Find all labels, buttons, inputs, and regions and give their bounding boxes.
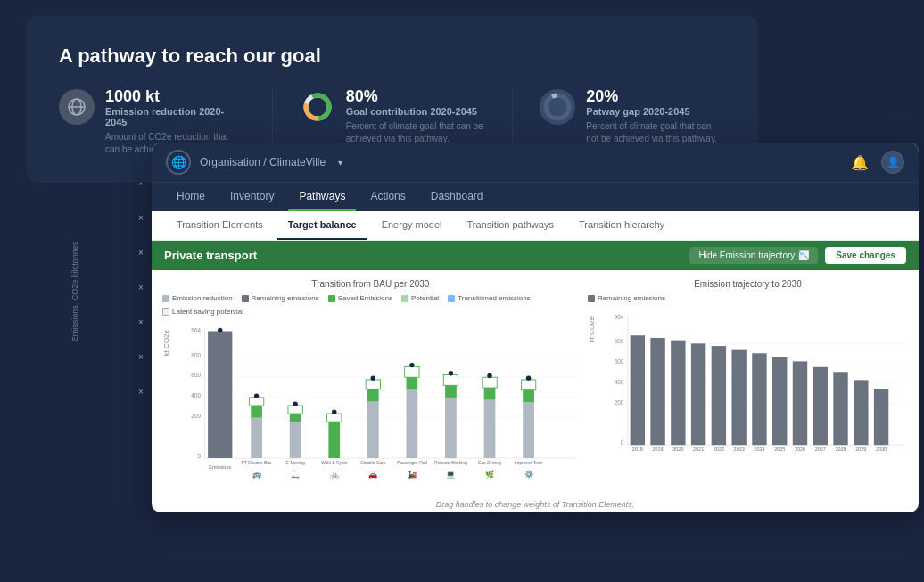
cross-mark-3[interactable]: × — [138, 248, 144, 258]
right-chart-wrapper: kt CO2e 964 800 600 400 200 0 — [588, 307, 908, 477]
user-avatar[interactable]: 👤 — [881, 151, 904, 174]
svg-text:Passenger Rail: Passenger Rail — [397, 460, 427, 465]
left-chart: Transition from BAU per 2030 Emission re… — [162, 279, 579, 490]
cross-marks: × × × × × × × — [138, 178, 144, 397]
notification-icon[interactable]: 🔔 — [847, 150, 872, 175]
svg-text:2023: 2023 — [733, 447, 744, 452]
left-legend: Emission reduction Remaining emissions S… — [162, 294, 579, 316]
section-title: Private transport — [164, 249, 257, 262]
right-legend: Remaining emissions — [588, 294, 908, 302]
bar-remote-outline — [443, 375, 458, 386]
svg-text:🚗: 🚗 — [368, 470, 378, 480]
bg-card-title: A pathway to reach our goal — [59, 45, 726, 68]
org-dropdown-arrow[interactable]: ▾ — [338, 158, 342, 168]
bar-dot-4 — [332, 410, 336, 414]
bar-emoving-green — [290, 414, 301, 422]
svg-text:2019: 2019 — [652, 447, 663, 452]
svg-text:964: 964 — [615, 314, 624, 320]
cross-mark-5[interactable]: × — [138, 317, 144, 327]
svg-text:🚲: 🚲 — [330, 470, 340, 480]
legend-label-se: Saved Emissions — [338, 294, 392, 302]
bar-eco — [484, 400, 496, 458]
hide-emission-btn[interactable]: Hide Emission trajectory 📉 — [689, 247, 818, 264]
legend-dot-pot — [401, 295, 408, 302]
bar-emoving — [290, 422, 301, 458]
legend-label-te: Transitioned emissions — [458, 294, 531, 302]
bar-improver-outline — [521, 380, 535, 390]
bar-2027 — [813, 367, 827, 445]
bar-prail-green — [407, 377, 418, 389]
nav-header: 🌐 Organisation / ClimateVille ▾ 🔔 👤 Home… — [152, 143, 919, 211]
tab-transition-pathways[interactable]: Transition pathways — [457, 211, 565, 240]
svg-text:600: 600 — [615, 358, 624, 365]
nav-link-inventory[interactable]: Inventory — [219, 183, 285, 211]
svg-text:Eco-Driving: Eco-Driving — [478, 460, 501, 465]
left-chart-wrapper: kt CO2e 964 800 600 400 200 0 — [162, 321, 579, 490]
right-chart-title: Emission trajectory to 2030 — [588, 279, 908, 289]
svg-text:🚂: 🚂 — [408, 470, 417, 480]
nav-links: Home Inventory Pathways Actions Dashboar… — [152, 183, 919, 211]
legend-label-er: Emission reduction — [172, 294, 233, 302]
metric-label-1: Emission reduction 2020-2045 — [105, 106, 245, 127]
cross-mark-6[interactable]: × — [138, 352, 144, 362]
svg-text:2018: 2018 — [632, 447, 643, 452]
svg-text:0: 0 — [197, 453, 201, 459]
nav-link-pathways[interactable]: Pathways — [288, 183, 356, 211]
bar-emissions — [208, 331, 232, 458]
svg-text:2029: 2029 — [855, 447, 866, 452]
bar-eco-green — [484, 388, 496, 400]
bar-2029 — [854, 380, 868, 445]
svg-text:2020: 2020 — [672, 447, 683, 452]
nav-link-dashboard[interactable]: Dashboard — [420, 183, 494, 211]
save-changes-btn[interactable]: Save changes — [825, 247, 906, 264]
hide-emission-icon: 📉 — [798, 250, 809, 260]
section-header: Private transport Hide Emission trajecto… — [152, 241, 919, 270]
main-card: 🌐 Organisation / ClimateVille ▾ 🔔 👤 Home… — [152, 143, 919, 512]
bar-pt-electric — [251, 418, 262, 458]
legend-label-pot: Potential — [411, 294, 439, 302]
legend-transitioned: Transitioned emissions — [448, 294, 531, 302]
bar-dot-7 — [449, 371, 453, 375]
cross-mark-7[interactable]: × — [138, 387, 144, 397]
svg-text:Remote Working: Remote Working — [434, 460, 467, 465]
tab-transition-hierarchy[interactable]: Transition hierarchy — [568, 211, 675, 240]
nav-link-home[interactable]: Home — [166, 183, 216, 211]
legend-potential: Potential — [401, 294, 439, 302]
svg-text:PT Electric Bus: PT Electric Bus — [242, 460, 272, 465]
legend-dot-re — [242, 295, 249, 302]
org-label: Organisation / ClimateVille — [200, 156, 326, 168]
bar-2023 — [731, 350, 746, 446]
metric-icon-donut-blue — [540, 89, 575, 125]
right-bar-chart-svg: 964 800 600 400 200 0 — [599, 307, 908, 477]
metric-value-1: 1000 kt — [105, 87, 245, 106]
legend-remaining-right: Remaining emissions — [588, 294, 665, 302]
sub-nav: Transition Elements Target balance Energ… — [152, 211, 919, 241]
bar-dot-6 — [409, 363, 414, 367]
tab-transition-elements[interactable]: Transition Elements — [166, 211, 274, 240]
svg-text:800: 800 — [191, 352, 201, 358]
left-chart-title: Transition from BAU per 2030 — [162, 279, 579, 289]
svg-text:⚙️: ⚙️ — [524, 470, 534, 480]
metric-value-3: 20% — [586, 87, 726, 106]
bar-eco-outline — [483, 377, 497, 388]
tab-energy-model[interactable]: Energy model — [371, 211, 453, 240]
bar-2019 — [650, 338, 664, 445]
svg-text:2021: 2021 — [693, 447, 704, 452]
bar-dot-1 — [218, 328, 222, 332]
tab-target-balance[interactable]: Target balance — [277, 211, 367, 240]
bar-2026 — [793, 361, 807, 445]
svg-text:800: 800 — [615, 338, 624, 344]
nav-link-actions[interactable]: Actions — [359, 183, 416, 211]
legend-dot-lsp — [162, 308, 169, 316]
cross-mark-2[interactable]: × — [138, 213, 144, 223]
bar-remote-green — [445, 385, 457, 398]
bar-2025 — [772, 357, 787, 445]
cross-mark-4[interactable]: × — [138, 283, 144, 292]
left-y-axis-label: kt CO2e — [162, 321, 170, 365]
svg-text:2027: 2027 — [815, 447, 826, 452]
svg-text:2028: 2028 — [835, 447, 846, 452]
svg-text:🛴: 🛴 — [291, 470, 301, 480]
metric-icon-globe — [59, 89, 95, 125]
bar-ecars — [367, 401, 379, 458]
nav-top: 🌐 Organisation / ClimateVille ▾ 🔔 👤 — [152, 143, 919, 183]
